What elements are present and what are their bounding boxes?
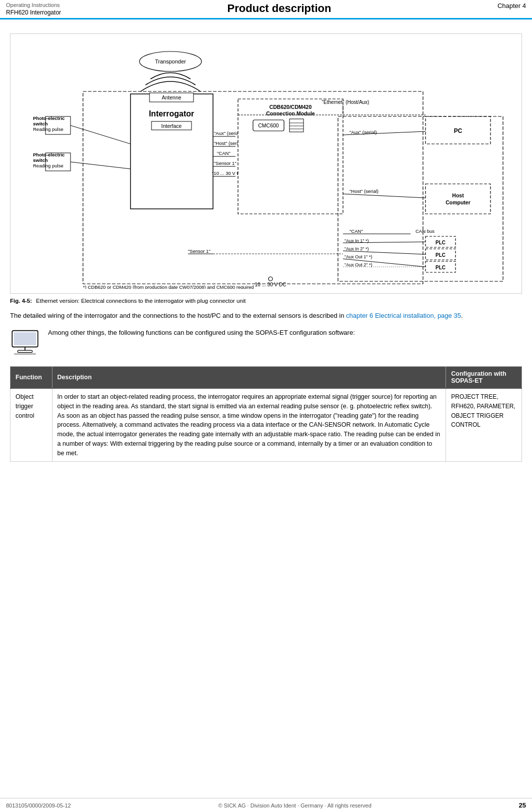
svg-line-61 <box>343 251 426 254</box>
svg-text:"CAN": "CAN" <box>217 150 230 156</box>
svg-text:*) CDB620 or CDM420 (from prod: *) CDB620 or CDM420 (from production dat… <box>83 284 254 289</box>
svg-text:CAN bus: CAN bus <box>416 228 434 234</box>
svg-point-69 <box>268 277 272 281</box>
page-header: Operating Instructions RFH620 Interrogat… <box>0 0 532 19</box>
functions-table: Function Description Configuration with … <box>10 366 522 462</box>
header-center: Product description <box>61 2 498 15</box>
svg-text:Connection Module: Connection Module <box>266 110 315 116</box>
diagram-image: Transponder Antenne Interrogator Interfa… <box>16 39 526 289</box>
header-left: Operating Instructions RFH620 Interrogat… <box>6 2 61 16</box>
body-text-period: . <box>461 312 463 319</box>
operating-instructions-label: Operating Instructions <box>6 2 61 8</box>
svg-text:PLC: PLC <box>436 252 446 258</box>
table-cell-config: PROJECT TREE, RFH620, PARAMETER, OBJECT … <box>446 388 522 462</box>
svg-text:"Aux" (serial): "Aux" (serial) <box>214 130 242 136</box>
main-content: Transponder Antenne Interrogator Interfa… <box>0 19 532 467</box>
svg-text:"Aux In 2" *): "Aux In 2" *) <box>344 246 368 251</box>
svg-text:PLC: PLC <box>436 240 446 245</box>
svg-text:"CAN": "CAN" <box>350 228 363 234</box>
svg-text:switch: switch <box>33 157 48 163</box>
svg-text:Photo-electric: Photo-electric <box>33 152 64 157</box>
svg-text:PLC: PLC <box>436 265 446 270</box>
svg-line-12 <box>70 125 130 144</box>
svg-text:Computer: Computer <box>446 199 470 205</box>
svg-line-48 <box>343 194 426 198</box>
page-footer: 8013105/0000/2009-05-12 © SICK AG · Divi… <box>0 798 532 812</box>
figure-caption: Fig. 4-5: Ethernet version: Electrical c… <box>10 298 522 304</box>
note-block: Among other things, the following functi… <box>10 328 522 356</box>
svg-line-17 <box>70 162 130 169</box>
svg-text:"Host" (serial): "Host" (serial) <box>350 188 378 194</box>
svg-rect-78 <box>14 353 36 355</box>
body-paragraph-1: The detailed wiring of the interrogator … <box>10 311 522 321</box>
svg-text:switch: switch <box>33 121 48 126</box>
svg-text:PC: PC <box>454 127 462 134</box>
col-header-config: Configuration with SOPAS-ET <box>446 367 522 389</box>
table-header-row: Function Description Configuration with … <box>10 367 522 389</box>
svg-text:Transponder: Transponder <box>155 58 186 64</box>
svg-rect-33 <box>290 119 304 132</box>
svg-text:"Aux Out 2" *): "Aux Out 2" *) <box>344 262 372 267</box>
svg-text:Host: Host <box>452 192 464 198</box>
note-text: Among other things, the following functi… <box>48 328 355 338</box>
svg-text:"Ethernet" (Host/Aux): "Ethernet" (Host/Aux) <box>322 99 370 105</box>
col-header-description: Description <box>52 367 446 389</box>
fig-caption-label: Fig. 4-5: <box>10 298 32 304</box>
table-cell-description: In order to start an object-related read… <box>52 388 446 462</box>
svg-text:10 ... 30 V DC: 10 ... 30 V DC <box>255 282 286 287</box>
table-cell-function: Object trigger control <box>10 388 52 462</box>
svg-text:Interrogator: Interrogator <box>149 109 194 118</box>
svg-rect-42 <box>426 184 490 214</box>
fig-caption-text: Ethernet version: Electrical connections… <box>36 298 246 304</box>
svg-text:Photo-electric: Photo-electric <box>33 115 64 121</box>
footer-doc-id: 8013105/0000/2009-05-12 <box>6 803 71 809</box>
note-paragraph: Among other things, the following functi… <box>48 329 355 336</box>
svg-text:CDB620/CDM420: CDB620/CDM420 <box>270 104 312 110</box>
header-right: Chapter 4 <box>498 2 526 9</box>
svg-text:Interface: Interface <box>162 123 182 129</box>
svg-text:"Aux Out 1" *): "Aux Out 1" *) <box>344 254 372 259</box>
page-title: Product description <box>228 2 332 14</box>
diagram-container: Transponder Antenne Interrogator Interfa… <box>10 33 522 294</box>
table-row: Object trigger controlIn order to start … <box>10 388 522 462</box>
svg-rect-75 <box>14 332 36 345</box>
svg-text:Reading pulse: Reading pulse <box>33 126 64 132</box>
svg-rect-77 <box>18 350 32 352</box>
svg-text:CMC600: CMC600 <box>258 122 279 128</box>
diagram-svg: Transponder Antenne Interrogator Interfa… <box>16 39 516 290</box>
svg-text:"Sensor 1": "Sensor 1" <box>188 248 210 254</box>
electrical-installation-link[interactable]: chapter 6 Electrical installation, page … <box>346 312 461 319</box>
footer-copyright: © SICK AG · Division Auto Ident · German… <box>218 803 371 809</box>
svg-text:Reading pulse: Reading pulse <box>33 163 64 168</box>
col-header-function: Function <box>10 367 52 389</box>
subtitle-label: RFH620 Interrogator <box>6 9 61 16</box>
chapter-label: Chapter 4 <box>498 2 526 9</box>
footer-page-number: 25 <box>519 802 526 809</box>
svg-text:Antenne: Antenne <box>162 94 181 100</box>
body-text-before-link: The detailed wiring of the interrogator … <box>10 312 346 319</box>
monitor-icon <box>10 329 40 355</box>
svg-text:"Sensor 1": "Sensor 1" <box>214 160 236 166</box>
monitor-icon-wrapper <box>10 329 40 356</box>
